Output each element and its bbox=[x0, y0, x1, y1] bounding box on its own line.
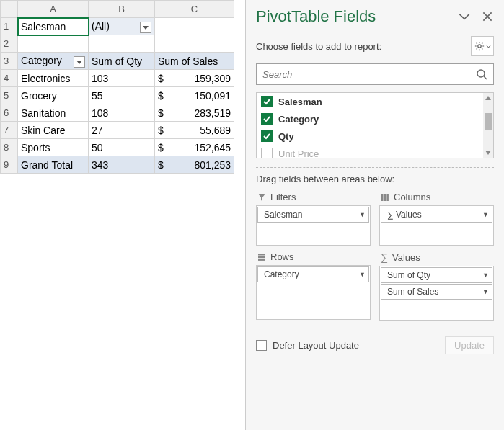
amount: 283,519 bbox=[194, 107, 231, 119]
field-item-label: Category bbox=[264, 269, 299, 279]
corner-cell[interactable] bbox=[1, 1, 18, 18]
checkbox-checked-icon[interactable] bbox=[261, 96, 273, 107]
filter-value-cell[interactable]: (All) bbox=[89, 18, 155, 35]
col-header-a[interactable]: A bbox=[18, 1, 89, 18]
area-title: Values bbox=[392, 252, 420, 263]
field-item[interactable]: ∑ Values▼ bbox=[381, 207, 492, 223]
svg-rect-5 bbox=[386, 194, 389, 201]
cell[interactable]: 108 bbox=[89, 104, 155, 122]
currency: $ bbox=[158, 159, 164, 171]
tools-button[interactable] bbox=[471, 36, 494, 56]
close-icon[interactable] bbox=[481, 10, 494, 23]
values-area: ∑Values Sum of Qty▼ Sum of Sales▼ bbox=[379, 251, 494, 321]
row-header[interactable]: 4 bbox=[1, 70, 18, 87]
scrollbar[interactable] bbox=[483, 93, 493, 158]
field-row[interactable]: Salesman bbox=[257, 93, 493, 110]
checkbox-unchecked-icon[interactable] bbox=[261, 148, 273, 158]
field-name: Category bbox=[278, 114, 319, 125]
field-row[interactable]: Unit Price bbox=[257, 145, 493, 158]
cell[interactable]: 50 bbox=[89, 139, 155, 156]
category-dropdown-icon[interactable] bbox=[74, 56, 85, 68]
update-button[interactable]: Update bbox=[445, 336, 494, 354]
chevron-down-icon[interactable]: ▼ bbox=[482, 272, 489, 279]
filter-field-cell[interactable]: Salesman bbox=[18, 18, 89, 35]
grid[interactable]: A B C 1 Salesman (All) 2 3 Category Sum … bbox=[0, 0, 234, 174]
row-header[interactable]: 8 bbox=[1, 139, 18, 156]
svg-line-2 bbox=[484, 76, 487, 79]
cell[interactable]: 103 bbox=[89, 70, 155, 87]
cell[interactable]: Sports bbox=[18, 139, 89, 156]
field-row[interactable]: Category bbox=[257, 110, 493, 127]
row-header[interactable]: 7 bbox=[1, 122, 18, 139]
search-box[interactable] bbox=[256, 63, 494, 85]
row-header[interactable]: 2 bbox=[1, 35, 18, 53]
currency: $ bbox=[158, 107, 164, 119]
grand-total-label[interactable]: Grand Total bbox=[18, 156, 89, 174]
amount: 150,091 bbox=[194, 90, 231, 102]
cell[interactable]: $152,645 bbox=[155, 139, 234, 156]
cell[interactable]: $159,309 bbox=[155, 70, 234, 87]
rows-drop-area[interactable]: Category▼ bbox=[256, 265, 371, 320]
svg-rect-8 bbox=[258, 259, 265, 261]
scroll-down-icon[interactable] bbox=[483, 148, 493, 158]
checkbox-checked-icon[interactable] bbox=[261, 130, 273, 142]
chevron-down-icon[interactable]: ▼ bbox=[359, 271, 366, 278]
field-list[interactable]: Salesman Category Qty Unit Price bbox=[256, 92, 494, 158]
cell[interactable]: 27 bbox=[89, 122, 155, 139]
filter-dropdown-icon[interactable] bbox=[140, 22, 151, 33]
cell[interactable]: $150,091 bbox=[155, 87, 234, 104]
checkbox-checked-icon[interactable] bbox=[261, 113, 273, 125]
values-drop-area[interactable]: Sum of Qty▼ Sum of Sales▼ bbox=[379, 266, 494, 321]
chevron-down-icon[interactable]: ▼ bbox=[482, 211, 489, 218]
col-header-c[interactable]: C bbox=[155, 1, 234, 18]
grand-total-sales[interactable]: $801,253 bbox=[155, 156, 234, 174]
search-input[interactable] bbox=[262, 69, 476, 80]
cell[interactable] bbox=[155, 18, 234, 35]
sigma-icon: ∑ bbox=[381, 251, 388, 263]
field-item[interactable]: Salesman▼ bbox=[257, 207, 369, 223]
cell[interactable]: Sanitation bbox=[18, 104, 89, 122]
field-item[interactable]: Category▼ bbox=[257, 266, 369, 282]
gear-icon bbox=[474, 41, 485, 51]
scroll-thumb[interactable] bbox=[485, 113, 492, 130]
chevron-down-icon bbox=[486, 45, 491, 48]
choose-fields-label: Choose fields to add to report: bbox=[256, 41, 381, 52]
cell[interactable]: $55,689 bbox=[155, 122, 234, 139]
field-item[interactable]: Sum of Sales▼ bbox=[381, 284, 492, 300]
grand-total-qty[interactable]: 343 bbox=[89, 156, 155, 174]
checkbox-unchecked-icon[interactable] bbox=[256, 340, 267, 351]
row-header[interactable]: 1 bbox=[1, 18, 18, 35]
pivot-header-category[interactable]: Category bbox=[18, 53, 89, 70]
row-header[interactable]: 6 bbox=[1, 104, 18, 122]
cell[interactable]: $283,519 bbox=[155, 104, 234, 122]
cell[interactable] bbox=[89, 35, 155, 53]
amount: 159,309 bbox=[194, 73, 231, 84]
col-header-b[interactable]: B bbox=[89, 1, 155, 18]
chevron-down-icon[interactable]: ▼ bbox=[359, 211, 366, 218]
field-item[interactable]: Sum of Qty▼ bbox=[381, 267, 492, 283]
row-header[interactable]: 3 bbox=[1, 53, 18, 70]
amount: 801,253 bbox=[194, 159, 231, 171]
currency: $ bbox=[158, 73, 164, 84]
pivot-header-sales[interactable]: Sum of Sales bbox=[155, 53, 234, 70]
cell[interactable] bbox=[155, 35, 234, 53]
cell[interactable]: Skin Care bbox=[18, 122, 89, 139]
collapse-icon[interactable] bbox=[458, 10, 471, 23]
cell[interactable]: 55 bbox=[89, 87, 155, 104]
defer-label: Defer Layout Update bbox=[273, 340, 359, 351]
cell[interactable]: Electronics bbox=[18, 70, 89, 87]
columns-drop-area[interactable]: ∑ Values▼ bbox=[379, 205, 494, 246]
pivottable-fields-panel: PivotTable Fields Choose fields to add t… bbox=[245, 0, 504, 430]
cell[interactable] bbox=[18, 35, 89, 53]
pivot-header-qty[interactable]: Sum of Qty bbox=[89, 53, 155, 70]
defer-layout-checkbox[interactable]: Defer Layout Update bbox=[256, 340, 359, 351]
spreadsheet-area: A B C 1 Salesman (All) 2 3 Category Sum … bbox=[0, 0, 245, 430]
chevron-down-icon[interactable]: ▼ bbox=[482, 288, 489, 295]
drag-label: Drag fields between areas below: bbox=[256, 174, 494, 184]
row-header[interactable]: 5 bbox=[1, 87, 18, 104]
scroll-up-icon[interactable] bbox=[483, 93, 493, 103]
cell[interactable]: Grocery bbox=[18, 87, 89, 104]
row-header[interactable]: 9 bbox=[1, 156, 18, 174]
field-row[interactable]: Qty bbox=[257, 127, 493, 145]
filters-drop-area[interactable]: Salesman▼ bbox=[256, 205, 371, 246]
